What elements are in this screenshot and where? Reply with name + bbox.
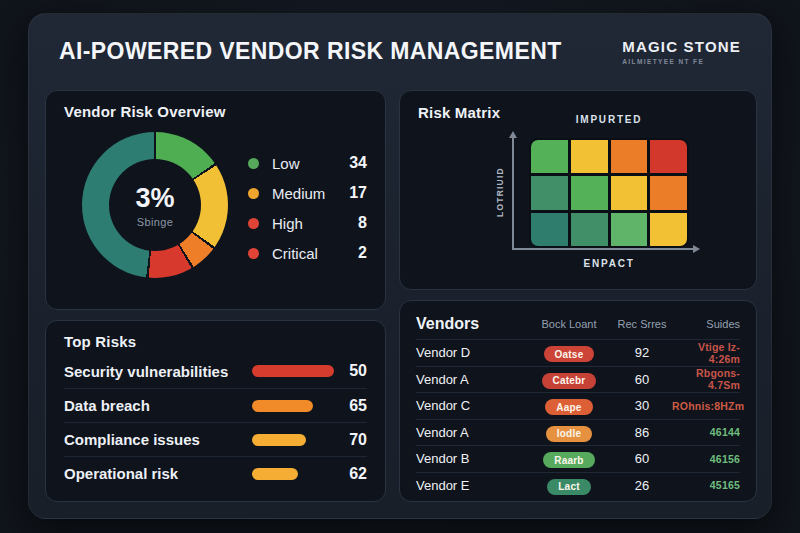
matrix-side-axis-label: LOTRIUID: [495, 137, 505, 247]
vendor-row[interactable]: Vendor DOatse92Vtige Iz-4:26m: [416, 339, 740, 366]
vendor-badge-cell: Lact: [526, 476, 612, 495]
vendor-badge-cell: Aape: [526, 397, 612, 416]
top-risk-row: Compliance issues70: [64, 422, 367, 456]
matrix-y-axis-arrow-icon: [509, 131, 517, 138]
legend-dot-icon: [248, 188, 259, 199]
vendor-extra-value: 46156: [672, 453, 740, 465]
vendor-status-badge: Oatse: [544, 346, 595, 362]
risk-donut-chart[interactable]: 3% Sbinge: [82, 132, 228, 278]
matrix-cell: [531, 176, 568, 209]
risk-matrix-grid: [529, 138, 689, 248]
vendor-risk-overview-panel: Vendor Risk Overview 3% Sbinge Low34Medi…: [45, 90, 386, 310]
donut-center-value: 3%: [135, 183, 174, 214]
legend-value: 8: [358, 214, 367, 232]
vendors-panel: Vendors Bock Loant Rec Srres Suides Vend…: [399, 300, 757, 502]
matrix-panel-title: Risk Matrix: [418, 104, 500, 121]
matrix-y-axis-line: [512, 138, 514, 249]
donut-center-label: Sbinge: [137, 216, 174, 228]
vendor-name: Vendor B: [416, 451, 526, 466]
risk-bar: [252, 365, 334, 377]
vendor-name: Vendor C: [416, 398, 526, 413]
risk-legend: Low34Medium17High8Critical2: [248, 138, 367, 278]
vendors-column-header-extra: Suides: [672, 318, 740, 330]
legend-item[interactable]: High8: [248, 214, 367, 232]
legend-label: Critical: [272, 245, 318, 262]
vendor-name: Vendor A: [416, 372, 526, 387]
page-title: AI-POWERED VENDOR RISK MANAGEMENT: [59, 38, 562, 65]
legend-label: Medium: [272, 185, 325, 202]
risk-bar: [252, 468, 298, 480]
risk-label: Security vulnerabilities: [64, 363, 252, 380]
top-risks-panel: Top Risks Security vulnerabilities50Data…: [45, 320, 386, 502]
legend-label: High: [272, 215, 303, 232]
brand-name: MAGIC STONE: [622, 38, 741, 55]
risk-label: Data breach: [64, 397, 252, 414]
top-risk-row: Security vulnerabilities50: [64, 354, 367, 388]
risk-label: Compliance issues: [64, 431, 252, 448]
vendor-row[interactable]: Vendor CAape30ROhnis:8HZm: [416, 392, 740, 419]
vendor-extra-value: 45165: [672, 479, 740, 491]
overview-panel-title: Vendor Risk Overview: [64, 103, 367, 120]
vendor-row[interactable]: Vendor ELact2645165: [416, 472, 740, 499]
risk-bar-track: [252, 468, 335, 480]
matrix-cell: [650, 213, 687, 246]
brand-subtitle: AILMIETYEE NT FE: [622, 58, 741, 65]
legend-item[interactable]: Medium17: [248, 184, 367, 202]
vendor-extra-value: 46144: [672, 426, 740, 438]
vendor-score: 92: [612, 345, 672, 360]
legend-item[interactable]: Low34: [248, 154, 367, 172]
dashboard-card: AI-POWERED VENDOR RISK MANAGEMENT MAGIC …: [28, 13, 772, 519]
matrix-cell: [531, 213, 568, 246]
risk-value: 70: [349, 431, 367, 449]
vendors-column-header-score: Rec Srres: [612, 318, 672, 330]
legend-label: Low: [272, 155, 300, 172]
vendor-status-badge: Raarb: [543, 452, 594, 468]
matrix-cell: [611, 176, 648, 209]
vendor-name: Vendor A: [416, 425, 526, 440]
matrix-cell: [571, 176, 608, 209]
vendor-badge-cell: Raarb: [526, 450, 612, 469]
risk-matrix-panel: Risk Matrix IMPURTED LOTRIUID ENPACT: [399, 90, 757, 290]
vendors-panel-title: Vendors: [416, 315, 526, 333]
risk-value: 62: [349, 465, 367, 483]
matrix-cell: [611, 140, 648, 173]
dashboard-header: AI-POWERED VENDOR RISK MANAGEMENT MAGIC …: [29, 14, 771, 88]
matrix-x-axis-line: [512, 248, 694, 250]
risk-value: 50: [349, 362, 367, 380]
legend-dot-icon: [248, 158, 259, 169]
vendor-extra-value: Rbgons-4.7Sm: [672, 367, 740, 391]
matrix-cell: [531, 140, 568, 173]
vendors-column-header-badge: Bock Loant: [526, 318, 612, 330]
matrix-x-axis-arrow-icon: [693, 245, 700, 253]
top-risks-panel-title: Top Risks: [64, 333, 367, 350]
vendor-row[interactable]: Vendor AIodle8646144: [416, 419, 740, 446]
risk-bar-track: [252, 365, 335, 377]
vendor-status-badge: Iodle: [546, 426, 592, 442]
matrix-cell: [571, 140, 608, 173]
top-risk-row: Operational risk62: [64, 456, 367, 490]
legend-item[interactable]: Critical2: [248, 244, 367, 262]
risk-bar: [252, 400, 313, 412]
matrix-top-axis-label: IMPURTED: [529, 114, 689, 125]
risk-label: Operational risk: [64, 465, 252, 482]
matrix-cell: [571, 213, 608, 246]
vendor-status-badge: Lact: [547, 479, 590, 495]
legend-dot-icon: [248, 248, 259, 259]
overview-body: 3% Sbinge Low34Medium17High8Critical2: [64, 132, 367, 278]
vendor-name: Vendor D: [416, 345, 526, 360]
vendor-score: 86: [612, 425, 672, 440]
legend-value: 17: [349, 184, 367, 202]
vendor-badge-cell: Oatse: [526, 344, 612, 363]
vendor-row[interactable]: Vendor BRaarb6046156: [416, 445, 740, 472]
vendor-badge-cell: Catebr: [526, 370, 612, 389]
legend-value: 2: [358, 244, 367, 262]
brand-logo: MAGIC STONE AILMIETYEE NT FE: [622, 38, 741, 65]
legend-value: 34: [349, 154, 367, 172]
vendor-row[interactable]: Vendor ACatebr60Rbgons-4.7Sm: [416, 366, 740, 393]
vendor-name: Vendor E: [416, 478, 526, 493]
top-risks-list: Security vulnerabilities50Data breach65C…: [64, 354, 367, 490]
vendor-extra-value: ROhnis:8HZm: [672, 400, 744, 412]
risk-bar: [252, 434, 306, 446]
vendor-status-badge: Catebr: [542, 373, 597, 389]
vendor-score: 26: [612, 478, 672, 493]
